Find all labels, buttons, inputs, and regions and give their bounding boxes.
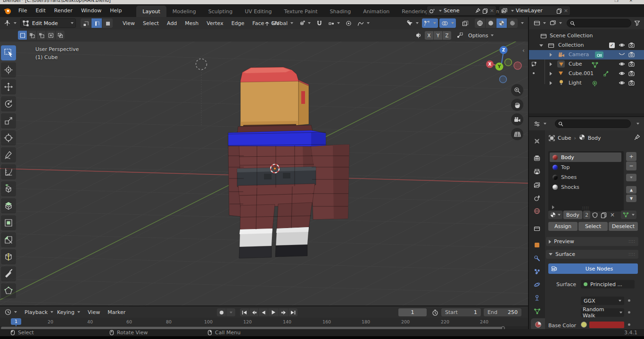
fake-user-shield-icon[interactable]: [591, 212, 599, 218]
workspace-tab-shading[interactable]: Shading: [324, 6, 357, 17]
shading-solid-button[interactable]: [486, 18, 496, 28]
tool-rotate[interactable]: [1, 96, 16, 111]
mirror-y-button[interactable]: Y: [434, 31, 442, 40]
editor-divider[interactable]: [528, 17, 529, 336]
overlays-dropdown[interactable]: [439, 18, 456, 28]
gizmo-x-neg-axis[interactable]: [514, 62, 521, 69]
window-controls[interactable]: ❐ ✕: [615, 0, 637, 3]
outliner-filter-dropdown[interactable]: [548, 18, 564, 28]
tab-scene[interactable]: [529, 192, 545, 204]
tool-loop-cut[interactable]: [1, 249, 16, 264]
viewlayer-selector[interactable]: ViewLayer ×: [499, 6, 570, 16]
slot-move-up-button[interactable]: ▲: [626, 186, 636, 194]
proportional-falloff-dropdown[interactable]: [355, 18, 372, 28]
outliner-row-collection[interactable]: Collection ✓: [529, 41, 644, 50]
options-dropdown[interactable]: Options: [466, 31, 495, 40]
assign-button[interactable]: Assign: [548, 222, 578, 231]
play-reverse-button[interactable]: [259, 308, 268, 316]
face-select-button[interactable]: [102, 18, 113, 28]
tab-particles[interactable]: [529, 265, 545, 278]
vertex-select-button[interactable]: [81, 18, 91, 28]
snap-settings-dropdown[interactable]: [326, 18, 342, 28]
slot-body[interactable]: Body: [550, 153, 621, 162]
slot-shoes[interactable]: Shoes: [550, 172, 621, 182]
menu-file[interactable]: File: [14, 4, 31, 17]
menu-help[interactable]: Help: [106, 4, 126, 17]
tool-poly-build[interactable]: [1, 283, 16, 298]
slot-move-down-button[interactable]: ▼: [626, 195, 636, 202]
tab-world[interactable]: [529, 205, 545, 217]
menu-edit[interactable]: Edit: [31, 4, 50, 17]
previous-keyframe-button[interactable]: [249, 308, 258, 316]
breadcrumb-data[interactable]: Body: [588, 135, 601, 141]
viewport-3d[interactable]: Z X Y X Y Z Options: [0, 29, 528, 305]
new-material-icon[interactable]: [600, 212, 608, 218]
tool-inset-faces[interactable]: [1, 215, 16, 230]
pin-icon[interactable]: [475, 8, 480, 13]
camera-visibility-icon[interactable]: [628, 52, 635, 57]
blender-logo-icon[interactable]: [4, 7, 11, 15]
filter-funnel-icon[interactable]: [634, 20, 640, 26]
link-material-dropdown[interactable]: [621, 211, 636, 219]
tool-bevel[interactable]: [1, 232, 16, 247]
workspace-tab-modeling[interactable]: Modeling: [166, 6, 202, 17]
outliner-row-scene-collection[interactable]: Scene Collection: [529, 31, 644, 41]
current-frame-field[interactable]: 1: [398, 308, 427, 316]
pin-id-icon[interactable]: [634, 134, 640, 140]
expand-arrow-icon[interactable]: [550, 81, 552, 85]
proportional-editing-toggle[interactable]: [344, 18, 354, 28]
menu-vertex[interactable]: Vertex: [203, 18, 226, 28]
jump-to-start-button[interactable]: [240, 308, 249, 316]
animate-dot[interactable]: [628, 323, 630, 326]
select-button[interactable]: Select: [578, 222, 608, 231]
menu-mesh[interactable]: Mesh: [182, 18, 202, 28]
tab-constraints[interactable]: [529, 292, 545, 304]
list-resize-grip[interactable]: ::::: [582, 206, 589, 210]
remove-slot-button[interactable]: −: [626, 161, 636, 170]
playhead[interactable]: 1: [11, 318, 21, 325]
animate-dot[interactable]: [628, 299, 630, 302]
select-invert-button[interactable]: [46, 31, 55, 40]
keying-menu[interactable]: Keying: [55, 307, 82, 317]
unlink-material-icon[interactable]: ×: [609, 212, 616, 218]
deselect-button[interactable]: Deselect: [609, 222, 638, 231]
record-button[interactable]: [217, 308, 226, 316]
tab-object[interactable]: [529, 239, 545, 251]
tab-object-data[interactable]: [529, 305, 545, 317]
outliner-display-mode-dropdown[interactable]: [532, 18, 548, 28]
preview-panel-header[interactable]: Preview ::::: [546, 237, 638, 246]
outliner-row-cube[interactable]: Cube: [529, 59, 644, 69]
mirror-z-button[interactable]: Z: [443, 31, 451, 40]
scene-selector[interactable]: Scene ×: [427, 6, 496, 16]
snap-toggle[interactable]: [314, 18, 324, 28]
tool-transform[interactable]: [1, 130, 16, 145]
snap-to-self-icon[interactable]: [456, 32, 463, 39]
select-extend-button[interactable]: [27, 31, 36, 40]
camera-visibility-icon[interactable]: [628, 61, 635, 67]
tab-physics[interactable]: [529, 279, 545, 291]
subsurface-method-dropdown[interactable]: Random Walk: [581, 308, 624, 317]
expand-arrow-icon[interactable]: [550, 62, 552, 66]
new-scene-icon[interactable]: [482, 8, 488, 14]
tool-measure[interactable]: [1, 164, 16, 179]
tab-render[interactable]: [529, 152, 545, 164]
tool-extrude-region[interactable]: [1, 198, 16, 213]
menu-add[interactable]: Add: [164, 18, 180, 28]
menu-window[interactable]: Window: [77, 4, 106, 17]
tab-tool[interactable]: [529, 135, 545, 147]
light-data-icon[interactable]: [591, 80, 598, 87]
viewlayer-name[interactable]: ViewLayer: [516, 8, 554, 14]
tool-knife[interactable]: [1, 266, 16, 281]
menu-view[interactable]: View: [119, 18, 138, 28]
outliner-row-light[interactable]: Light: [529, 78, 644, 88]
panel-grip[interactable]: ::::: [628, 239, 636, 244]
end-frame-field[interactable]: End 250: [484, 308, 521, 316]
stopwatch-icon[interactable]: [432, 309, 438, 316]
camera-visibility-icon[interactable]: [628, 80, 635, 85]
gizmo-y-neg-axis[interactable]: [505, 59, 512, 66]
outliner-row-camera[interactable]: Camera: [529, 50, 644, 59]
animate-dot[interactable]: [628, 311, 630, 314]
play-button[interactable]: [268, 308, 279, 316]
use-nodes-button[interactable]: Use Nodes: [548, 263, 638, 274]
jump-to-end-button[interactable]: [289, 308, 297, 316]
